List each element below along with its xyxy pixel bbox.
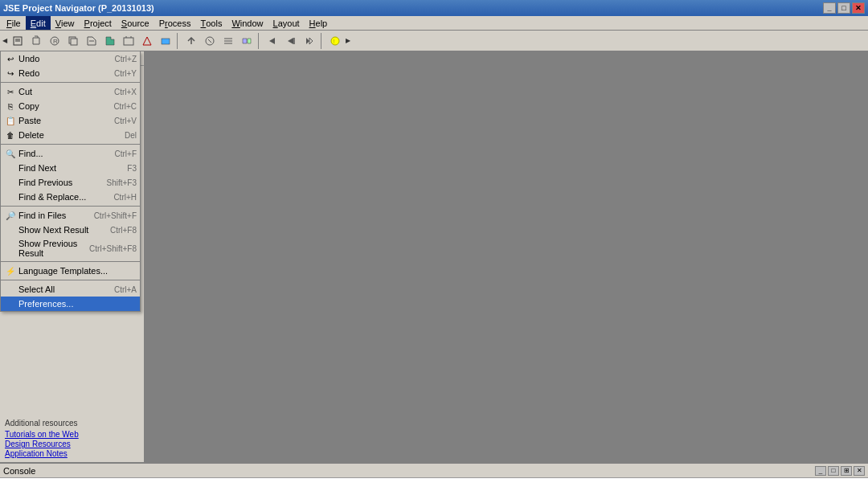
menu-item-find-in-files[interactable]: 🔎 Find in Files Ctrl+Shift+F — [1, 208, 140, 223]
menu-file[interactable]: File — [2, 16, 26, 30]
show-prev-icon — [4, 242, 17, 255]
menu-item-find-next[interactable]: Find Next F3 — [1, 161, 140, 175]
find-replace-shortcut: Ctrl+H — [113, 193, 137, 202]
menu-help[interactable]: Help — [305, 16, 333, 30]
find-next-icon — [4, 162, 17, 174]
svg-text:R: R — [53, 38, 58, 45]
menu-item-show-prev[interactable]: Show Previous Result Ctrl+Shift+F8 — [1, 237, 140, 260]
toolbar-left-arrow[interactable]: ◀ — [2, 32, 8, 50]
find-files-icon: 🔎 — [4, 209, 17, 222]
menu-item-find[interactable]: 🔍 Find... Ctrl+F — [1, 146, 140, 161]
find-replace-label: Find & Replace... — [18, 192, 86, 202]
menu-item-delete[interactable]: 🗑 Delete Del — [1, 128, 140, 142]
menu-process[interactable]: Process — [154, 16, 196, 30]
toolbar-btn-5[interactable] — [83, 32, 100, 50]
toolbar-sep-2 — [258, 33, 261, 49]
menu-layout[interactable]: Layout — [268, 16, 305, 30]
menu-item-find-replace[interactable]: Find & Replace... Ctrl+H — [1, 190, 140, 204]
link-design[interactable]: Design Resources — [5, 440, 139, 448]
menu-project[interactable]: Project — [80, 16, 117, 30]
toolbar-btn-17[interactable]: ! — [326, 32, 344, 50]
show-next-label: Show Next Result — [18, 225, 88, 235]
title-bar: JSE Project Navigator (P_20131013) _ □ ✕ — [0, 0, 868, 16]
svg-rect-6 — [71, 39, 77, 45]
toolbar-btn-1[interactable] — [9, 32, 27, 50]
console-header: Console _ □ ⊞ ✕ — [0, 464, 868, 478]
copy-label: Copy — [18, 101, 39, 111]
show-prev-label: Show Previous Result — [18, 239, 81, 258]
find-label: Find... — [18, 149, 43, 158]
additional-resources-title: Additional resources — [5, 419, 139, 428]
console-maximize[interactable]: ⊞ — [841, 466, 852, 476]
toolbar-btn-9[interactable] — [157, 32, 174, 50]
menu-item-paste[interactable]: 📋 Paste Ctrl+V — [1, 113, 140, 128]
preferences-label: Preferences... — [18, 299, 73, 309]
show-prev-shortcut: Ctrl+Shift+F8 — [89, 244, 137, 253]
undo-label: Undo — [18, 54, 39, 63]
console-restore[interactable]: □ — [828, 466, 839, 476]
link-app-notes[interactable]: Application Notes — [5, 449, 139, 458]
menu-edit[interactable]: Edit — [26, 16, 51, 30]
paste-label: Paste — [18, 116, 41, 125]
sep-1 — [1, 82, 140, 83]
undo-shortcut: Ctrl+Z — [115, 55, 137, 63]
delete-icon: 🗑 — [4, 129, 17, 141]
svg-point-23 — [331, 37, 339, 45]
toolbar-btn-16[interactable] — [301, 32, 318, 50]
menu-item-show-next[interactable]: Show Next Result Ctrl+F8 — [1, 223, 140, 237]
preferences-icon — [4, 297, 17, 310]
menu-item-copy[interactable]: ⎘ Copy Ctrl+C — [1, 99, 140, 113]
paste-shortcut: Ctrl+V — [114, 117, 137, 125]
menu-window[interactable]: Window — [227, 16, 268, 30]
console-title: Console — [3, 466, 35, 476]
svg-marker-21 — [309, 38, 313, 44]
menu-item-preferences[interactable]: Preferences... — [1, 297, 140, 311]
toolbar-btn-14[interactable] — [264, 32, 281, 50]
paste-icon: 📋 — [4, 114, 17, 127]
close-button[interactable]: ✕ — [852, 2, 865, 14]
find-in-files-shortcut: Ctrl+Shift+F — [94, 211, 137, 220]
menu-view[interactable]: View — [51, 16, 80, 30]
menu-item-cut[interactable]: ✂ Cut Ctrl+X — [1, 84, 140, 99]
console-body[interactable] — [0, 478, 868, 491]
menu-item-find-prev[interactable]: Find Previous Shift+F3 — [1, 175, 140, 190]
menu-tools[interactable]: Tools — [195, 16, 227, 30]
copy-icon: ⎘ — [4, 100, 17, 113]
find-next-shortcut: F3 — [127, 164, 137, 173]
console-close[interactable]: ✕ — [854, 466, 865, 476]
toolbar-btn-10[interactable] — [182, 32, 200, 50]
console-minimize[interactable]: _ — [815, 466, 826, 476]
toolbar-btn-13[interactable] — [238, 32, 256, 50]
minimize-button[interactable]: _ — [823, 2, 836, 14]
toolbar-sep-1 — [177, 33, 180, 49]
link-tutorials[interactable]: Tutorials on the Web — [5, 430, 139, 439]
toolbar-btn-11[interactable] — [201, 32, 219, 50]
toolbar-btn-4[interactable] — [64, 32, 82, 50]
menu-item-lang-templates[interactable]: ⚡ Language Templates... — [1, 264, 140, 278]
menu-item-undo[interactable]: ↩ Undo Ctrl+Z — [1, 51, 140, 66]
toolbar-btn-8[interactable] — [138, 32, 156, 50]
menu-item-select-all[interactable]: Select All Ctrl+A — [1, 282, 140, 297]
toolbar-btn-12[interactable] — [219, 32, 237, 50]
toolbar-btn-6[interactable] — [101, 32, 119, 50]
menu-source[interactable]: Source — [117, 16, 154, 30]
find-prev-label: Find Previous — [18, 178, 72, 187]
find-prev-shortcut: Shift+F3 — [106, 178, 137, 187]
svg-rect-8 — [124, 38, 133, 45]
toolbar-right-arrow[interactable]: ▶ — [345, 32, 351, 50]
menu-item-redo[interactable]: ↪ Redo Ctrl+Y — [1, 66, 140, 80]
sep-5 — [1, 280, 140, 280]
delete-label: Delete — [18, 130, 44, 140]
edit-dropdown-menu: ↩ Undo Ctrl+Z ↪ Redo Ctrl+Y ✂ Cut Ctrl+X… — [0, 51, 141, 312]
find-in-files-label: Find in Files — [18, 211, 66, 220]
toolbar-btn-3[interactable]: R — [46, 32, 63, 50]
svg-marker-19 — [288, 38, 293, 44]
select-all-icon — [4, 283, 17, 296]
toolbar-btn-15[interactable] — [282, 32, 300, 50]
find-next-label: Find Next — [18, 163, 56, 173]
cut-label: Cut — [18, 87, 32, 96]
toolbar-btn-7[interactable] — [120, 32, 137, 50]
maximize-button[interactable]: □ — [837, 2, 850, 14]
templates-icon: ⚡ — [4, 264, 17, 277]
toolbar-btn-2[interactable] — [27, 32, 45, 50]
